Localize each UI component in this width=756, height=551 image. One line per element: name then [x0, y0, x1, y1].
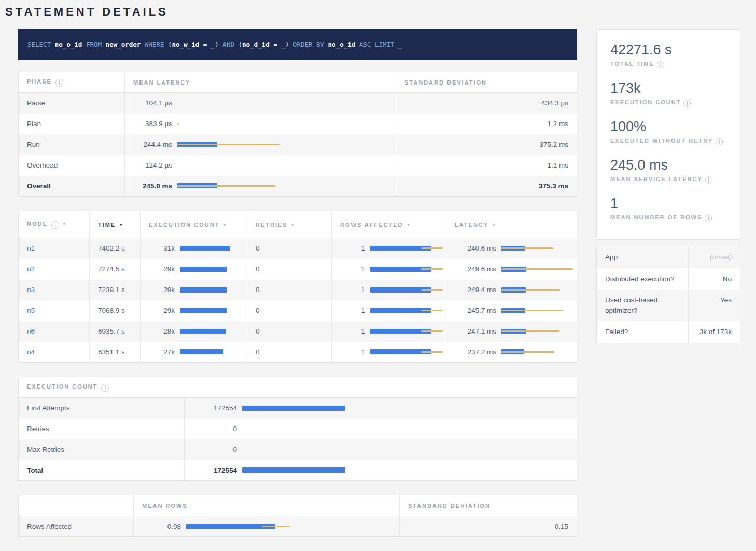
node-table-header-time[interactable]: Time▼ — [90, 211, 141, 238]
node-link[interactable]: n1 — [27, 244, 35, 252]
summary-stat-label: Execution Counti — [610, 99, 726, 107]
execution-count-value: 28k — [149, 327, 175, 335]
attribute-row: App (unset) — [597, 246, 740, 268]
summary-stat: 173k Execution Counti — [610, 80, 726, 107]
standard-deviation-value: 375.3 ms — [396, 176, 577, 197]
latency-stddev-line — [501, 289, 560, 291]
summary-stat: 42271.6 s Total Timei — [610, 42, 726, 68]
sort-arrow-icon[interactable]: ▼ — [222, 223, 228, 227]
summary-stat-label: Mean Number of Rowsi — [610, 214, 726, 222]
execution-count-value: 29k — [149, 265, 175, 273]
sql-token: ORDER BY — [293, 40, 328, 48]
info-icon[interactable]: i — [657, 61, 664, 68]
sort-arrow-icon[interactable]: ▼ — [62, 222, 67, 226]
execution-count-bar-track — [242, 405, 568, 412]
execution-count-row-value: 0 — [193, 425, 237, 433]
phase-name: Plan — [19, 114, 125, 134]
latency-bar-track — [501, 328, 568, 335]
mean-rows-value: 0.98 — [142, 522, 181, 530]
sql-token: ( — [238, 40, 242, 48]
phase-latency-table: Phasei Mean Latency Standard Deviation P… — [18, 72, 577, 197]
info-icon[interactable]: i — [683, 100, 691, 107]
info-icon[interactable]: i — [705, 215, 712, 222]
node-link[interactable]: n6 — [27, 327, 35, 335]
node-table-header-latency[interactable]: Latency▼ — [446, 211, 577, 238]
node-table-header-rows-affected[interactable]: Rows Affected▼ — [332, 211, 446, 238]
sql-token: ( — [168, 40, 172, 48]
info-icon[interactable]: i — [51, 221, 59, 229]
latency-bar-track — [501, 266, 568, 273]
sort-arrow-icon[interactable]: ▼ — [492, 223, 497, 227]
summary-stat: 245.0 ms Mean Service Latencyi — [610, 157, 726, 184]
latency-bar-track — [501, 307, 568, 314]
sql-token: = — [270, 40, 282, 48]
rows-affected-stddev-line — [421, 289, 443, 291]
node-link[interactable]: n5 — [27, 307, 35, 314]
phase-name: Run — [19, 134, 125, 155]
mean-latency-cell: 124.2 µs — [125, 155, 396, 176]
sort-arrow-icon[interactable]: ▼ — [407, 223, 412, 227]
rows-affected-bar-track — [370, 245, 438, 252]
node-latency-cell: 249.6 ms — [446, 259, 577, 280]
phase-column-header: Phasei — [19, 72, 125, 93]
attribute-value: No — [689, 268, 740, 290]
standard-deviation-column-header: Standard Deviation — [400, 495, 577, 516]
mean-latency-value: 245.0 ms — [133, 182, 172, 190]
latency-bar-track — [501, 348, 568, 355]
rows-affected-bar-track — [370, 307, 438, 314]
execution-count-row-label: First Attempts — [19, 398, 185, 419]
node-link[interactable]: n2 — [27, 265, 35, 273]
node-row: n1 7402.2 s 31k 0 1 240.6 ms — [19, 238, 577, 259]
node-rows-affected-cell: 1 — [332, 342, 446, 363]
execution-count-bar-track — [180, 348, 239, 355]
latency-value: 240.6 ms — [455, 244, 496, 252]
execution-count-bar-track — [180, 286, 239, 294]
rows-standard-deviation-value: 0.15 — [400, 516, 577, 537]
execution-count-bar-track — [180, 328, 239, 335]
node-time-value: 7402.2 s — [90, 238, 141, 259]
rows-affected-value: 1 — [340, 244, 365, 252]
attribute-label: Distributed execution? — [597, 268, 689, 290]
attribute-value: 3k of 173k — [689, 321, 740, 343]
node-link[interactable]: n3 — [27, 286, 35, 294]
execution-count-row-cell: 172554 — [185, 398, 577, 419]
sql-token: FROM — [86, 40, 106, 48]
info-icon[interactable]: i — [716, 138, 723, 145]
sql-token: AND — [222, 40, 238, 48]
execution-count-row: Retries 0 — [19, 419, 577, 439]
node-table-header-retries[interactable]: Retries▼ — [247, 211, 332, 238]
info-icon[interactable]: i — [705, 176, 712, 184]
summary-stat-value: 245.0 ms — [610, 157, 726, 173]
info-icon[interactable]: i — [101, 384, 109, 392]
execution-count-bar-track — [242, 466, 568, 474]
phase-name: Overall — [19, 176, 125, 197]
node-latency-cell: 237.2 ms — [446, 342, 577, 363]
sql-statement-text: SELECT no_o_id FROM new_order WHERE (no_… — [27, 40, 402, 48]
rows-affected-value: 1 — [340, 327, 365, 335]
node-table-header-node[interactable]: Nodei▼ — [19, 211, 90, 238]
sort-arrow-icon[interactable]: ▼ — [119, 223, 124, 227]
summary-stat: 1 Mean Number of Rowsi — [610, 196, 726, 222]
node-table-header-execution-count[interactable]: Execution Count▼ — [141, 211, 247, 238]
node-execution-count-cell: 31k — [141, 238, 247, 259]
rows-affected-stddev-line — [421, 310, 443, 311]
node-execution-count-cell: 27k — [141, 342, 247, 363]
attribute-row: Failed? 3k of 173k — [597, 321, 740, 343]
node-rows-affected-cell: 1 — [332, 238, 446, 259]
node-execution-count-cell: 29k — [141, 280, 247, 300]
sql-token: new_order — [106, 40, 145, 48]
rows-affected-bar-track — [370, 328, 438, 335]
sql-token: ) — [215, 40, 222, 48]
node-retries-value: 0 — [247, 238, 332, 259]
attribute-value: (unset) — [689, 246, 740, 268]
mean-latency-value: 124.2 µs — [133, 161, 172, 169]
latency-value: 249.6 ms — [455, 265, 496, 273]
attribute-label: Used cost-based optimizer? — [597, 290, 689, 321]
rows-affected-stddev-line — [421, 351, 443, 353]
node-link[interactable]: n4 — [27, 348, 35, 356]
info-icon[interactable]: i — [55, 79, 63, 87]
sort-arrow-icon[interactable]: ▼ — [291, 223, 296, 227]
phase-row: Overall 245.0 ms 375.3 ms — [19, 176, 577, 197]
sql-token: ) — [285, 40, 293, 48]
sql-token: no_w_id — [172, 40, 200, 48]
